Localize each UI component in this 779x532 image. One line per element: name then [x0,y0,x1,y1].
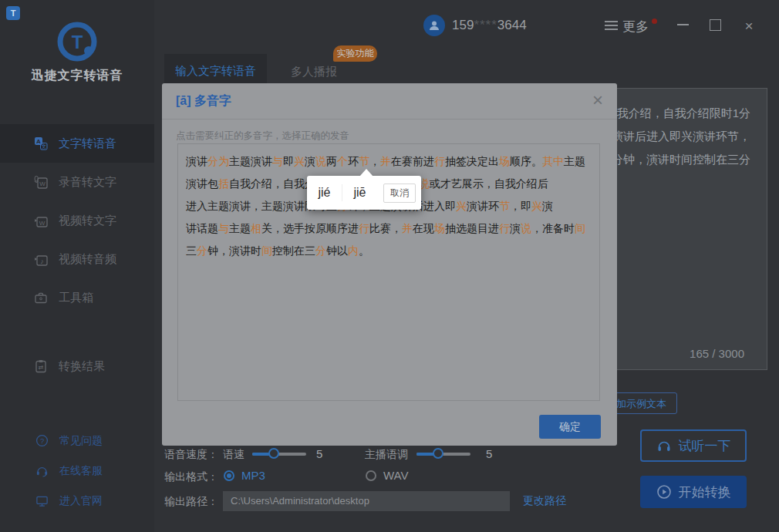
speed-slider[interactable] [252,453,306,456]
sidebar-link-label: 常见问题 [59,434,103,448]
sidebar-item-label: 工具箱 [59,291,93,305]
pinyin-option-2[interactable]: jiē [342,186,377,200]
wav-label[interactable]: WAV [383,469,409,482]
menu-icon[interactable] [605,21,618,30]
text-to-speech-icon: A文 [34,136,48,150]
preview-button-label: 试听一下 [679,437,731,455]
sidebar-item-video-to-text[interactable]: W 视频转文字 [0,201,154,240]
monitor-icon [35,494,49,507]
svg-text:⇄: ⇄ [39,364,44,371]
dialog-title: [ā] 多音字 [176,93,231,109]
user-avatar[interactable] [423,15,445,36]
editor-line: 题演讲后进入即兴演讲环节， [617,130,750,144]
change-path-link[interactable]: 更改路径 [523,494,566,508]
question-icon: ? [35,434,49,447]
notification-dot [652,19,657,24]
preview-button[interactable]: 试听一下 [640,429,747,462]
start-convert-label: 开始转换 [679,483,731,501]
sidebar-item-audio-to-text[interactable]: W 录音转文字 [0,163,154,201]
maximize-button[interactable] [710,19,721,31]
sidebar-item-text-to-speech[interactable]: A文 文字转语音 [0,124,154,163]
audio-to-text-icon: W [34,175,48,189]
mp3-label[interactable]: MP3 [241,469,265,482]
speed-slider-thumb[interactable] [268,448,279,459]
sidebar-link-support[interactable]: 在线客服 [0,456,154,486]
app-window: T T 迅捷文字转语音 A文 文字转语音 W 录音转文字 W 视频转文字 [0,0,779,532]
dialog-header: [ā] 多音字 × [162,83,617,120]
svg-text:W: W [39,220,46,227]
editor-line: 分钟，演讲时间控制在三分 [617,153,750,167]
output-path-label: 输出路径： [164,495,218,509]
tone-value: 5 [486,447,492,460]
wav-radio[interactable] [366,470,376,481]
mp3-radio[interactable] [224,470,234,481]
speed-label: 语速 [223,448,244,462]
dialog-close-icon[interactable]: × [592,89,603,111]
output-path-field[interactable]: C:\Users\Administrator\desktop [223,491,510,511]
account-phone-number: 159****3644 [452,18,527,33]
pinyin-picker-popup: jié jiē 取消 [307,176,421,210]
pinyin-option-1[interactable]: jié [307,186,342,200]
app-logo-icon: T [56,20,99,63]
experimental-badge: 实验功能 [333,45,377,62]
sidebar-link-faq[interactable]: ? 常见问题 [0,426,154,456]
speed-section-label: 语音速度： [164,448,218,462]
start-convert-button[interactable]: 开始转换 [640,476,747,508]
tone-slider[interactable] [416,453,470,456]
sidebar-item-results[interactable]: ⇄ 转换结果 [0,347,154,386]
play-circle-icon [656,484,672,500]
sidebar-item-label: 视频转音频 [59,252,116,267]
sidebar-item-label: 文字转语音 [59,136,116,151]
pinyin-cancel-button[interactable]: 取消 [383,184,416,203]
editor-line: 自我介绍，自我介绍限时1分 [617,106,750,121]
sidebar-link-label: 在线客服 [59,464,103,478]
dialog-subtitle: 点击需要纠正的多音字，选择正确的发音 [176,130,349,143]
video-to-text-icon: W [34,214,48,227]
sidebar-item-toolbox[interactable]: 工具箱 [0,278,154,317]
sidebar-link-website[interactable]: 进入官网 [0,486,154,516]
conversion-results-icon: ⇄ [34,359,48,373]
tab-multi-voice[interactable]: 多人播报 [291,65,345,79]
sidebar: T T 迅捷文字转语音 A文 文字转语音 W 录音转文字 W 视频转文字 [0,0,154,532]
minimize-button[interactable] [677,24,689,25]
editor-visible-text: 自我介绍，自我介绍限时1分 题演讲后进入即兴演讲环节， 分钟，演讲时间控制在三分… [617,88,767,370]
tone-label: 主播语调 [365,448,408,462]
headset-icon [35,464,49,477]
svg-text:?: ? [40,436,44,445]
sidebar-item-video-to-audio[interactable]: ♪ 视频转音频 [0,240,154,278]
sidebar-item-label: 转换结果 [59,359,105,374]
svg-text:♪: ♪ [40,258,44,265]
video-to-audio-icon: ♪ [34,252,48,266]
sidebar-link-label: 进入官网 [59,494,103,508]
format-label: 输出格式： [164,470,218,484]
char-counter: 165 / 3000 [690,347,744,360]
window-app-icon: T [6,6,20,20]
sidebar-item-label: 视频转文字 [59,214,116,228]
close-window-button[interactable]: × [741,19,757,34]
dialog-ok-button[interactable]: 确定 [539,415,601,439]
svg-text:W: W [39,180,46,187]
speed-value: 5 [316,447,322,460]
toolbox-icon [34,291,48,305]
tone-slider-thumb[interactable] [433,448,443,459]
headphones-icon [656,438,672,453]
svg-text:文: 文 [42,143,47,149]
more-button[interactable]: 更多 [622,18,649,35]
svg-text:T: T [72,32,83,52]
sidebar-item-label: 录音转文字 [59,175,116,190]
polyphonic-dialog: [ā] 多音字 × 点击需要纠正的多音字，选择正确的发音 演讲分为主题演讲与即兴… [162,83,617,446]
app-title: 迅捷文字转语音 [0,68,154,84]
